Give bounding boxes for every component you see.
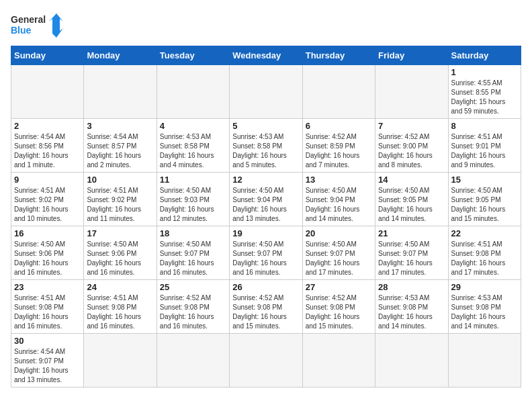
calendar-cell: 29Sunrise: 4:53 AM Sunset: 9:08 PM Dayli…	[448, 280, 521, 334]
day-number: 12	[232, 175, 299, 185]
day-info: Sunrise: 4:51 AM Sunset: 9:08 PM Dayligh…	[14, 293, 81, 331]
day-number: 23	[14, 282, 81, 292]
day-info: Sunrise: 4:52 AM Sunset: 9:08 PM Dayligh…	[160, 293, 226, 331]
calendar-cell: 4Sunrise: 4:53 AM Sunset: 8:58 PM Daylig…	[157, 119, 229, 173]
day-number: 21	[378, 228, 445, 238]
svg-text:Blue: Blue	[11, 25, 32, 36]
day-number: 13	[306, 175, 372, 185]
calendar-cell	[11, 65, 84, 119]
calendar-cell	[302, 334, 375, 387]
calendar-cell	[302, 65, 375, 119]
day-info: Sunrise: 4:52 AM Sunset: 9:08 PM Dayligh…	[232, 293, 299, 331]
day-info: Sunrise: 4:52 AM Sunset: 9:00 PM Dayligh…	[378, 132, 445, 170]
calendar-cell	[448, 334, 521, 387]
day-number: 16	[14, 228, 81, 238]
calendar-cell: 7Sunrise: 4:52 AM Sunset: 9:00 PM Daylig…	[375, 119, 448, 173]
calendar-cell	[375, 334, 448, 387]
calendar-cell: 16Sunrise: 4:50 AM Sunset: 9:06 PM Dayli…	[11, 226, 84, 280]
day-info: Sunrise: 4:54 AM Sunset: 8:57 PM Dayligh…	[87, 132, 153, 170]
calendar-cell: 14Sunrise: 4:50 AM Sunset: 9:05 PM Dayli…	[375, 173, 448, 226]
day-number: 19	[232, 228, 299, 238]
day-info: Sunrise: 4:50 AM Sunset: 9:03 PM Dayligh…	[160, 186, 226, 224]
weekday-header-wednesday: Wednesday	[230, 46, 302, 65]
calendar-cell: 20Sunrise: 4:50 AM Sunset: 9:07 PM Dayli…	[302, 226, 375, 280]
calendar-cell: 8Sunrise: 4:51 AM Sunset: 9:01 PM Daylig…	[448, 119, 521, 173]
calendar-week-row: 1Sunrise: 4:55 AM Sunset: 8:55 PM Daylig…	[11, 65, 521, 119]
day-number: 6	[306, 121, 372, 131]
day-number: 28	[378, 282, 445, 292]
calendar-week-row: 16Sunrise: 4:50 AM Sunset: 9:06 PM Dayli…	[11, 226, 521, 280]
calendar-cell: 2Sunrise: 4:54 AM Sunset: 8:56 PM Daylig…	[11, 119, 84, 173]
logo: General Blue	[11, 11, 64, 40]
day-info: Sunrise: 4:50 AM Sunset: 9:05 PM Dayligh…	[378, 186, 445, 224]
day-number: 17	[87, 228, 153, 238]
weekday-header-monday: Monday	[84, 46, 157, 65]
calendar-cell: 26Sunrise: 4:52 AM Sunset: 9:08 PM Dayli…	[230, 280, 302, 334]
day-info: Sunrise: 4:53 AM Sunset: 9:08 PM Dayligh…	[451, 293, 518, 331]
calendar-cell: 24Sunrise: 4:51 AM Sunset: 9:08 PM Dayli…	[84, 280, 157, 334]
day-info: Sunrise: 4:51 AM Sunset: 9:08 PM Dayligh…	[451, 240, 518, 277]
calendar-cell: 19Sunrise: 4:50 AM Sunset: 9:07 PM Dayli…	[230, 226, 302, 280]
calendar-week-row: 2Sunrise: 4:54 AM Sunset: 8:56 PM Daylig…	[11, 119, 521, 173]
day-info: Sunrise: 4:50 AM Sunset: 9:07 PM Dayligh…	[306, 240, 372, 277]
calendar-cell: 13Sunrise: 4:50 AM Sunset: 9:04 PM Dayli…	[302, 173, 375, 226]
calendar-cell	[157, 65, 229, 119]
calendar-cell	[84, 334, 157, 387]
calendar-week-row: 30Sunrise: 4:54 AM Sunset: 9:07 PM Dayli…	[11, 334, 521, 387]
calendar-cell: 22Sunrise: 4:51 AM Sunset: 9:08 PM Dayli…	[448, 226, 521, 280]
calendar-cell: 25Sunrise: 4:52 AM Sunset: 9:08 PM Dayli…	[157, 280, 229, 334]
calendar-header-row: SundayMondayTuesdayWednesdayThursdayFrid…	[11, 46, 521, 65]
day-number: 29	[451, 282, 518, 292]
calendar-cell: 9Sunrise: 4:51 AM Sunset: 9:02 PM Daylig…	[11, 173, 84, 226]
day-info: Sunrise: 4:54 AM Sunset: 9:07 PM Dayligh…	[14, 347, 81, 385]
day-number: 11	[160, 175, 226, 185]
day-number: 2	[14, 121, 81, 131]
day-number: 10	[87, 175, 153, 185]
day-number: 15	[451, 175, 518, 185]
day-info: Sunrise: 4:50 AM Sunset: 9:06 PM Dayligh…	[14, 240, 81, 277]
calendar-cell: 11Sunrise: 4:50 AM Sunset: 9:03 PM Dayli…	[157, 173, 229, 226]
day-info: Sunrise: 4:52 AM Sunset: 9:08 PM Dayligh…	[306, 293, 372, 331]
day-number: 24	[87, 282, 153, 292]
calendar-cell: 21Sunrise: 4:50 AM Sunset: 9:07 PM Dayli…	[375, 226, 448, 280]
day-info: Sunrise: 4:53 AM Sunset: 8:58 PM Dayligh…	[160, 132, 226, 170]
day-info: Sunrise: 4:50 AM Sunset: 9:05 PM Dayligh…	[451, 186, 518, 224]
day-number: 18	[160, 228, 226, 238]
svg-marker-2	[49, 13, 63, 38]
calendar-cell: 12Sunrise: 4:50 AM Sunset: 9:04 PM Dayli…	[230, 173, 302, 226]
day-info: Sunrise: 4:51 AM Sunset: 9:02 PM Dayligh…	[14, 186, 81, 224]
calendar-table: SundayMondayTuesdayWednesdayThursdayFrid…	[11, 46, 521, 387]
day-number: 9	[14, 175, 81, 185]
weekday-header-thursday: Thursday	[302, 46, 375, 65]
day-info: Sunrise: 4:51 AM Sunset: 9:01 PM Dayligh…	[451, 132, 518, 170]
calendar-cell: 5Sunrise: 4:53 AM Sunset: 8:58 PM Daylig…	[230, 119, 302, 173]
day-number: 25	[160, 282, 226, 292]
calendar-cell: 23Sunrise: 4:51 AM Sunset: 9:08 PM Dayli…	[11, 280, 84, 334]
calendar-cell	[230, 65, 302, 119]
day-info: Sunrise: 4:50 AM Sunset: 9:04 PM Dayligh…	[306, 186, 372, 224]
calendar-cell: 15Sunrise: 4:50 AM Sunset: 9:05 PM Dayli…	[448, 173, 521, 226]
weekday-header-sunday: Sunday	[11, 46, 84, 65]
calendar-cell: 30Sunrise: 4:54 AM Sunset: 9:07 PM Dayli…	[11, 334, 84, 387]
day-info: Sunrise: 4:51 AM Sunset: 9:02 PM Dayligh…	[87, 186, 153, 224]
day-info: Sunrise: 4:50 AM Sunset: 9:06 PM Dayligh…	[87, 240, 153, 277]
calendar-cell: 17Sunrise: 4:50 AM Sunset: 9:06 PM Dayli…	[84, 226, 157, 280]
day-number: 7	[378, 121, 445, 131]
day-number: 27	[306, 282, 372, 292]
calendar-cell: 6Sunrise: 4:52 AM Sunset: 8:59 PM Daylig…	[302, 119, 375, 173]
day-info: Sunrise: 4:54 AM Sunset: 8:56 PM Dayligh…	[14, 132, 81, 170]
weekday-header-tuesday: Tuesday	[157, 46, 229, 65]
day-info: Sunrise: 4:52 AM Sunset: 8:59 PM Dayligh…	[306, 132, 372, 170]
day-number: 5	[232, 121, 299, 131]
calendar-cell	[157, 334, 229, 387]
day-info: Sunrise: 4:51 AM Sunset: 9:08 PM Dayligh…	[87, 293, 153, 331]
day-info: Sunrise: 4:50 AM Sunset: 9:07 PM Dayligh…	[378, 240, 445, 277]
day-info: Sunrise: 4:55 AM Sunset: 8:55 PM Dayligh…	[451, 79, 518, 116]
header: General Blue	[11, 11, 521, 40]
day-number: 20	[306, 228, 372, 238]
weekday-header-friday: Friday	[375, 46, 448, 65]
calendar-week-row: 23Sunrise: 4:51 AM Sunset: 9:08 PM Dayli…	[11, 280, 521, 334]
weekday-header-saturday: Saturday	[448, 46, 521, 65]
day-number: 8	[451, 121, 518, 131]
calendar-week-row: 9Sunrise: 4:51 AM Sunset: 9:02 PM Daylig…	[11, 173, 521, 226]
